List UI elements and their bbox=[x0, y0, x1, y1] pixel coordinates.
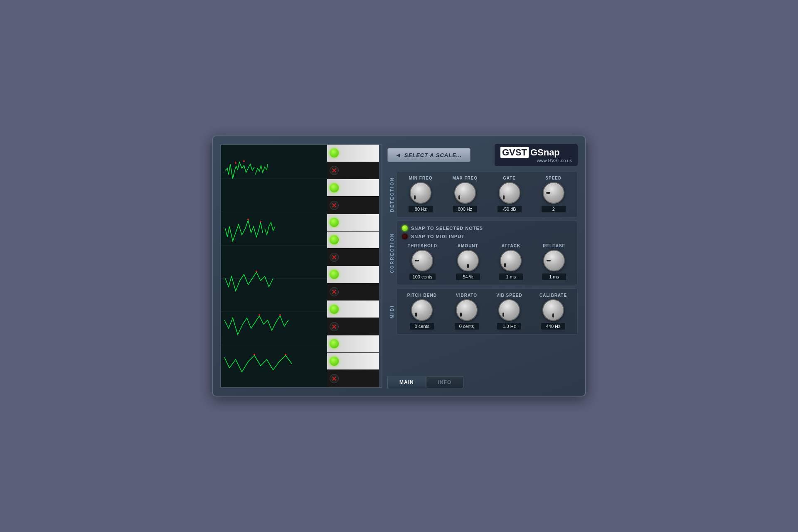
piano-key-3[interactable] bbox=[327, 197, 379, 214]
piano-key-1[interactable] bbox=[327, 162, 379, 180]
piano-key-13[interactable] bbox=[327, 370, 379, 387]
correction-knobs-row: Threshold100 centsAmount54 %Attack1 msRe… bbox=[402, 244, 572, 281]
key-indicator-6 bbox=[330, 253, 339, 262]
scale-arrow-icon: ◄ bbox=[395, 152, 401, 158]
knob-vib-speed[interactable] bbox=[498, 299, 520, 321]
scale-selector-button[interactable]: ◄ Select a scale... bbox=[387, 148, 470, 162]
knob-calibrate[interactable] bbox=[542, 299, 564, 321]
option-text-snap-selected: Snap to selected notes bbox=[411, 226, 483, 231]
knob-label-release: Release bbox=[543, 244, 565, 248]
key-indicator-2 bbox=[330, 183, 339, 192]
top-row: ◄ Select a scale... GVSTGSnap www.GVST.c… bbox=[387, 144, 578, 166]
knob-group-threshold: Threshold100 cents bbox=[408, 244, 437, 281]
key-indicator-11 bbox=[330, 339, 339, 348]
piano-key-0[interactable] bbox=[327, 145, 379, 162]
knob-label-pitch-bend: Pitch Bend bbox=[407, 293, 437, 298]
scale-selector-label: Select a scale... bbox=[404, 152, 462, 158]
knob-group-pitch-bend: Pitch Bend0 cents bbox=[407, 293, 437, 330]
knob-amount[interactable] bbox=[457, 250, 479, 271]
piano-key-5[interactable] bbox=[327, 232, 379, 249]
knob-attack[interactable] bbox=[500, 250, 522, 271]
knob-min-freq[interactable] bbox=[410, 182, 431, 204]
knob-gate[interactable] bbox=[499, 182, 520, 204]
midi-label: Midi bbox=[387, 288, 397, 335]
knob-group-release: Release1 ms bbox=[542, 244, 566, 281]
knob-group-gate: Gate-50 dB bbox=[497, 176, 522, 213]
waveform-display bbox=[221, 145, 327, 387]
piano-key-7[interactable] bbox=[327, 266, 379, 283]
piano-key-4[interactable] bbox=[327, 214, 379, 232]
knob-value-amount: 54 % bbox=[456, 273, 480, 281]
knob-value-max-freq: 800 Hz bbox=[453, 205, 478, 213]
knob-value-threshold: 100 cents bbox=[409, 273, 436, 281]
piano-key-11[interactable] bbox=[327, 335, 379, 353]
detection-content: Min Freq80 HzMax Freq800 HzGate-50 dBSpe… bbox=[397, 171, 578, 217]
knob-label-calibrate: Calibrate bbox=[539, 293, 567, 298]
svg-point-13 bbox=[256, 271, 257, 272]
key-indicator-9 bbox=[330, 305, 339, 314]
svg-point-11 bbox=[247, 219, 249, 220]
svg-point-14 bbox=[259, 314, 260, 316]
logo-product-name: GSnap bbox=[530, 147, 560, 158]
right-panel: ◄ Select a scale... GVSTGSnap www.GVST.c… bbox=[387, 144, 578, 388]
knob-value-gate: -50 dB bbox=[497, 205, 522, 213]
midi-content: Pitch Bend0 centsVibrato0 centsVib Speed… bbox=[397, 288, 578, 335]
knob-value-calibrate: 440 Hz bbox=[541, 323, 566, 330]
logo-gvst: GVSTGSnap bbox=[500, 147, 560, 158]
key-indicator-3 bbox=[330, 201, 339, 210]
piano-key-8[interactable] bbox=[327, 283, 379, 301]
knob-value-attack: 1 ms bbox=[498, 273, 523, 281]
knob-group-attack: Attack1 ms bbox=[498, 244, 523, 281]
knob-value-pitch-bend: 0 cents bbox=[409, 323, 434, 330]
knob-group-calibrate: Calibrate440 Hz bbox=[539, 293, 567, 330]
midi-knobs-row: Pitch Bend0 centsVibrato0 centsVib Speed… bbox=[402, 293, 572, 330]
left-panel bbox=[220, 144, 382, 388]
svg-point-17 bbox=[285, 354, 286, 355]
piano-keys bbox=[327, 145, 379, 387]
piano-key-10[interactable] bbox=[327, 318, 379, 335]
correction-label: Correction bbox=[387, 221, 397, 285]
plugin-window: ◄ Select a scale... GVSTGSnap www.GVST.c… bbox=[212, 135, 586, 397]
key-indicator-10 bbox=[330, 322, 339, 331]
logo-gvst-box: GVST bbox=[500, 147, 529, 158]
knob-threshold[interactable] bbox=[411, 250, 433, 271]
detection-label: Detection bbox=[387, 171, 397, 217]
knob-pitch-bend[interactable] bbox=[411, 299, 433, 321]
tab-main[interactable]: Main bbox=[387, 377, 426, 388]
correction-options: Snap to selected notesSnap to midi input bbox=[402, 225, 572, 239]
knob-label-vib-speed: Vib Speed bbox=[496, 293, 522, 298]
svg-rect-0 bbox=[221, 145, 327, 387]
knob-group-min-freq: Min Freq80 Hz bbox=[408, 176, 433, 213]
knob-vibrato[interactable] bbox=[456, 299, 478, 321]
option-snap-selected[interactable]: Snap to selected notes bbox=[402, 225, 572, 231]
knob-speed[interactable] bbox=[543, 182, 564, 204]
knob-group-amount: Amount54 % bbox=[456, 244, 480, 281]
waveform-svg bbox=[221, 145, 327, 387]
key-indicator-13 bbox=[330, 374, 339, 383]
knob-label-attack: Attack bbox=[502, 244, 521, 248]
piano-key-12[interactable] bbox=[327, 353, 379, 370]
detection-knobs-row: Min Freq80 HzMax Freq800 HzGate-50 dBSpe… bbox=[402, 176, 572, 213]
correction-section: Correction Snap to selected notesSnap to… bbox=[387, 221, 578, 285]
knob-value-vib-speed: 1.0 Hz bbox=[497, 323, 522, 330]
option-snap-midi[interactable]: Snap to midi input bbox=[402, 234, 572, 239]
tab-info[interactable]: Info bbox=[426, 377, 464, 388]
knob-label-vibrato: Vibrato bbox=[456, 293, 477, 298]
midi-section: Midi Pitch Bend0 centsVibrato0 centsVib … bbox=[387, 288, 578, 335]
knob-label-max-freq: Max Freq bbox=[452, 176, 478, 180]
knob-value-release: 1 ms bbox=[542, 273, 566, 281]
key-indicator-8 bbox=[330, 287, 339, 296]
knob-group-max-freq: Max Freq800 Hz bbox=[452, 176, 478, 213]
key-indicator-0 bbox=[330, 148, 339, 158]
knob-max-freq[interactable] bbox=[454, 182, 476, 204]
knob-group-vib-speed: Vib Speed1.0 Hz bbox=[496, 293, 522, 330]
key-indicator-12 bbox=[330, 357, 339, 366]
correction-content: Snap to selected notesSnap to midi input… bbox=[397, 221, 578, 285]
piano-key-2[interactable] bbox=[327, 179, 379, 197]
knob-value-min-freq: 80 Hz bbox=[408, 205, 433, 213]
piano-key-6[interactable] bbox=[327, 249, 379, 266]
knob-release[interactable] bbox=[543, 250, 565, 271]
svg-point-15 bbox=[279, 314, 281, 316]
option-text-snap-midi: Snap to midi input bbox=[411, 234, 465, 239]
piano-key-9[interactable] bbox=[327, 300, 379, 318]
